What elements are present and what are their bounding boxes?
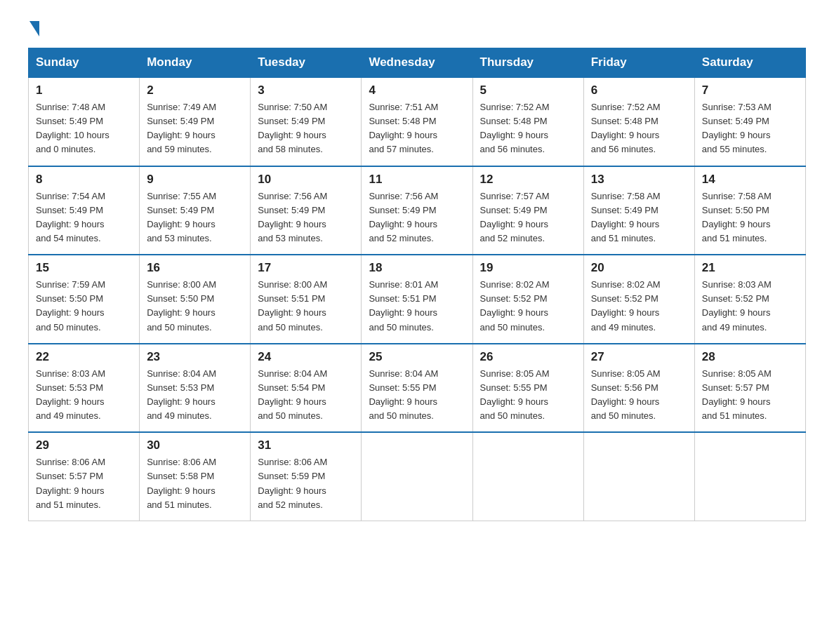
calendar-week-row: 15 Sunrise: 7:59 AMSunset: 5:50 PMDaylig… xyxy=(29,255,806,344)
day-info: Sunrise: 8:06 AMSunset: 5:59 PMDaylight:… xyxy=(258,457,327,509)
calendar-table: SundayMondayTuesdayWednesdayThursdayFrid… xyxy=(28,48,806,521)
day-number: 13 xyxy=(591,173,687,187)
calendar-day-cell: 15 Sunrise: 7:59 AMSunset: 5:50 PMDaylig… xyxy=(29,255,140,344)
day-number: 9 xyxy=(147,173,243,187)
calendar-day-cell: 19 Sunrise: 8:02 AMSunset: 5:52 PMDaylig… xyxy=(472,255,583,344)
page-header xyxy=(28,21,806,34)
day-number: 30 xyxy=(147,438,243,452)
day-info: Sunrise: 8:00 AMSunset: 5:51 PMDaylight:… xyxy=(258,279,327,332)
day-info: Sunrise: 8:04 AMSunset: 5:53 PMDaylight:… xyxy=(147,368,216,421)
day-number: 18 xyxy=(369,261,465,275)
day-number: 5 xyxy=(480,83,576,98)
calendar-day-cell: 9 Sunrise: 7:55 AMSunset: 5:49 PMDayligh… xyxy=(140,166,251,255)
day-info: Sunrise: 7:50 AMSunset: 5:49 PMDaylight:… xyxy=(258,102,327,154)
calendar-day-cell: 29 Sunrise: 8:06 AMSunset: 5:57 PMDaylig… xyxy=(29,432,140,521)
day-number: 27 xyxy=(591,350,687,364)
calendar-day-cell: 22 Sunrise: 8:03 AMSunset: 5:53 PMDaylig… xyxy=(29,344,140,433)
day-info: Sunrise: 7:52 AMSunset: 5:48 PMDaylight:… xyxy=(591,102,661,154)
day-number: 4 xyxy=(369,83,465,98)
day-info: Sunrise: 8:05 AMSunset: 5:57 PMDaylight:… xyxy=(702,368,772,421)
calendar-day-cell: 24 Sunrise: 8:04 AMSunset: 5:54 PMDaylig… xyxy=(251,344,362,433)
day-number: 3 xyxy=(258,83,354,98)
day-info: Sunrise: 8:01 AMSunset: 5:51 PMDaylight:… xyxy=(369,279,438,332)
day-info: Sunrise: 7:58 AMSunset: 5:49 PMDaylight:… xyxy=(591,191,661,243)
calendar-day-cell: 11 Sunrise: 7:56 AMSunset: 5:49 PMDaylig… xyxy=(362,166,472,255)
calendar-day-cell xyxy=(472,432,583,521)
calendar-day-cell: 17 Sunrise: 8:00 AMSunset: 5:51 PMDaylig… xyxy=(251,255,362,344)
calendar-day-cell: 3 Sunrise: 7:50 AMSunset: 5:49 PMDayligh… xyxy=(251,77,362,166)
calendar-week-row: 1 Sunrise: 7:48 AMSunset: 5:49 PMDayligh… xyxy=(29,77,806,166)
day-number: 2 xyxy=(147,83,243,98)
calendar-day-cell: 5 Sunrise: 7:52 AMSunset: 5:48 PMDayligh… xyxy=(472,77,583,166)
calendar-day-cell: 25 Sunrise: 8:04 AMSunset: 5:55 PMDaylig… xyxy=(362,344,472,433)
calendar-day-cell: 8 Sunrise: 7:54 AMSunset: 5:49 PMDayligh… xyxy=(29,166,140,255)
day-number: 23 xyxy=(147,350,243,364)
calendar-day-cell: 2 Sunrise: 7:49 AMSunset: 5:49 PMDayligh… xyxy=(140,77,251,166)
day-number: 22 xyxy=(36,350,132,364)
day-number: 7 xyxy=(702,83,798,98)
day-number: 28 xyxy=(702,350,798,364)
calendar-day-cell: 28 Sunrise: 8:05 AMSunset: 5:57 PMDaylig… xyxy=(694,344,805,433)
day-info: Sunrise: 7:53 AMSunset: 5:49 PMDaylight:… xyxy=(702,102,772,154)
calendar-day-cell: 31 Sunrise: 8:06 AMSunset: 5:59 PMDaylig… xyxy=(251,432,362,521)
calendar-week-row: 22 Sunrise: 8:03 AMSunset: 5:53 PMDaylig… xyxy=(29,344,806,433)
day-info: Sunrise: 8:05 AMSunset: 5:55 PMDaylight:… xyxy=(480,368,550,421)
day-number: 31 xyxy=(258,438,354,452)
calendar-day-cell: 27 Sunrise: 8:05 AMSunset: 5:56 PMDaylig… xyxy=(583,344,694,433)
day-info: Sunrise: 7:48 AMSunset: 5:49 PMDaylight:… xyxy=(36,102,110,154)
day-number: 10 xyxy=(258,173,354,187)
day-info: Sunrise: 8:04 AMSunset: 5:54 PMDaylight:… xyxy=(258,368,327,421)
day-number: 21 xyxy=(702,261,798,275)
calendar-day-cell: 10 Sunrise: 7:56 AMSunset: 5:49 PMDaylig… xyxy=(251,166,362,255)
day-info: Sunrise: 8:04 AMSunset: 5:55 PMDaylight:… xyxy=(369,368,438,421)
day-info: Sunrise: 7:56 AMSunset: 5:49 PMDaylight:… xyxy=(369,191,438,243)
calendar-day-cell: 13 Sunrise: 7:58 AMSunset: 5:49 PMDaylig… xyxy=(583,166,694,255)
day-info: Sunrise: 7:56 AMSunset: 5:49 PMDaylight:… xyxy=(258,191,327,243)
calendar-day-cell: 23 Sunrise: 8:04 AMSunset: 5:53 PMDaylig… xyxy=(140,344,251,433)
calendar-day-cell xyxy=(362,432,472,521)
calendar-week-row: 8 Sunrise: 7:54 AMSunset: 5:49 PMDayligh… xyxy=(29,166,806,255)
day-number: 29 xyxy=(36,438,132,452)
header-wednesday: Wednesday xyxy=(362,48,472,78)
calendar-day-cell: 14 Sunrise: 7:58 AMSunset: 5:50 PMDaylig… xyxy=(694,166,805,255)
day-number: 16 xyxy=(147,261,243,275)
calendar-day-cell: 1 Sunrise: 7:48 AMSunset: 5:49 PMDayligh… xyxy=(29,77,140,166)
day-info: Sunrise: 8:00 AMSunset: 5:50 PMDaylight:… xyxy=(147,279,216,332)
header-thursday: Thursday xyxy=(472,48,583,78)
day-info: Sunrise: 7:59 AMSunset: 5:50 PMDaylight:… xyxy=(36,279,105,332)
calendar-day-cell: 26 Sunrise: 8:05 AMSunset: 5:55 PMDaylig… xyxy=(472,344,583,433)
calendar-day-cell xyxy=(694,432,805,521)
day-info: Sunrise: 7:52 AMSunset: 5:48 PMDaylight:… xyxy=(480,102,550,154)
header-sunday: Sunday xyxy=(29,48,140,78)
day-number: 15 xyxy=(36,261,132,275)
day-info: Sunrise: 7:49 AMSunset: 5:49 PMDaylight:… xyxy=(147,102,216,154)
day-number: 1 xyxy=(36,83,132,98)
day-number: 24 xyxy=(258,350,354,364)
calendar-day-cell: 21 Sunrise: 8:03 AMSunset: 5:52 PMDaylig… xyxy=(694,255,805,344)
day-info: Sunrise: 8:06 AMSunset: 5:58 PMDaylight:… xyxy=(147,457,216,509)
day-number: 17 xyxy=(258,261,354,275)
day-number: 20 xyxy=(591,261,687,275)
day-number: 11 xyxy=(369,173,465,187)
calendar-day-cell: 20 Sunrise: 8:02 AMSunset: 5:52 PMDaylig… xyxy=(583,255,694,344)
day-number: 25 xyxy=(369,350,465,364)
header-tuesday: Tuesday xyxy=(251,48,362,78)
day-number: 26 xyxy=(480,350,576,364)
header-monday: Monday xyxy=(140,48,251,78)
day-info: Sunrise: 8:02 AMSunset: 5:52 PMDaylight:… xyxy=(480,279,550,332)
header-saturday: Saturday xyxy=(694,48,805,78)
calendar-day-cell: 4 Sunrise: 7:51 AMSunset: 5:48 PMDayligh… xyxy=(362,77,472,166)
day-info: Sunrise: 7:54 AMSunset: 5:49 PMDaylight:… xyxy=(36,191,105,243)
day-info: Sunrise: 8:03 AMSunset: 5:53 PMDaylight:… xyxy=(36,368,105,421)
calendar-header-row: SundayMondayTuesdayWednesdayThursdayFrid… xyxy=(29,48,806,78)
calendar-day-cell: 6 Sunrise: 7:52 AMSunset: 5:48 PMDayligh… xyxy=(583,77,694,166)
day-info: Sunrise: 7:57 AMSunset: 5:49 PMDaylight:… xyxy=(480,191,550,243)
calendar-day-cell: 16 Sunrise: 8:00 AMSunset: 5:50 PMDaylig… xyxy=(140,255,251,344)
calendar-day-cell xyxy=(583,432,694,521)
calendar-week-row: 29 Sunrise: 8:06 AMSunset: 5:57 PMDaylig… xyxy=(29,432,806,521)
day-info: Sunrise: 8:02 AMSunset: 5:52 PMDaylight:… xyxy=(591,279,661,332)
day-info: Sunrise: 8:06 AMSunset: 5:57 PMDaylight:… xyxy=(36,457,105,509)
day-info: Sunrise: 8:03 AMSunset: 5:52 PMDaylight:… xyxy=(702,279,772,332)
day-info: Sunrise: 7:55 AMSunset: 5:49 PMDaylight:… xyxy=(147,191,216,243)
header-friday: Friday xyxy=(583,48,694,78)
